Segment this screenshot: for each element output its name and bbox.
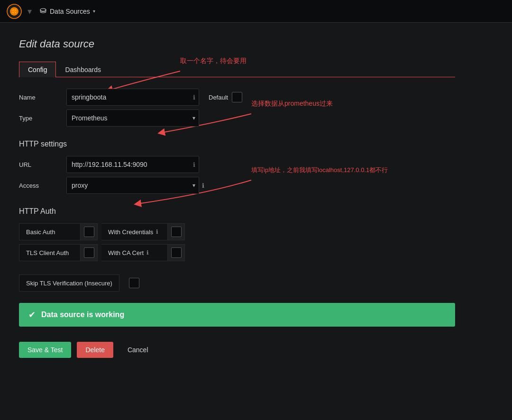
default-label: Default (209, 94, 228, 101)
cancel-button[interactable]: Cancel (119, 342, 157, 358)
http-settings-title: HTTP settings (19, 140, 455, 148)
with-credentials-label-wrap: With Credentials ℹ (101, 223, 168, 240)
name-input-wrap: ℹ (66, 89, 199, 106)
nav-divider: ▾ (27, 6, 32, 17)
access-select-wrap: proxy direct ▾ (66, 177, 199, 194)
nav-datasources-label: Data Sources (50, 8, 90, 15)
name-label: Name (19, 94, 66, 101)
annotation-container: Config Dashboards 取一个名字，待会要用 选择数据从promet… (19, 62, 455, 358)
http-settings-section: HTTP settings URL ℹ Access proxy direct … (19, 140, 455, 194)
nav-datasources[interactable]: Data Sources ▾ (34, 5, 101, 18)
with-ca-cert-checkbox-box[interactable] (171, 247, 182, 258)
url-input[interactable] (66, 156, 199, 173)
type-label: Type (19, 115, 66, 122)
grafana-logo[interactable] (6, 3, 23, 20)
delete-button[interactable]: Delete (77, 342, 113, 358)
with-credentials-checkbox[interactable] (168, 223, 185, 240)
action-buttons: Save & Test Delete Cancel (19, 342, 455, 358)
topnav: ▾ Data Sources ▾ (0, 0, 512, 23)
url-label: URL (19, 161, 66, 168)
skip-tls-checkbox[interactable] (129, 278, 139, 288)
success-message: Data source is working (41, 310, 124, 319)
basic-auth-checkbox-box[interactable] (84, 227, 94, 237)
url-input-wrap: ℹ (66, 156, 199, 173)
success-banner: ✔ Data source is working (19, 303, 455, 327)
access-row: Access proxy direct ▾ ℹ (19, 177, 455, 194)
basic-auth-label: Basic Auth (19, 223, 81, 240)
name-row: Name ℹ Default (19, 89, 455, 106)
access-select[interactable]: proxy direct (66, 177, 199, 194)
save-test-button[interactable]: Save & Test (19, 342, 71, 358)
skip-tls-label: Skip TLS Verification (Insecure) (19, 274, 119, 292)
tabs-container: Config Dashboards (19, 62, 455, 77)
name-section: Name ℹ Default Type Prometheus MySQL Inf… (19, 89, 455, 127)
url-row: URL ℹ (19, 156, 455, 173)
nav-chevron-icon: ▾ (93, 9, 95, 14)
with-ca-cert-info-icon[interactable]: ℹ (146, 249, 149, 256)
access-label: Access (19, 182, 66, 189)
url-info-icon[interactable]: ℹ (193, 161, 195, 168)
name-input[interactable] (66, 89, 199, 106)
type-row: Type Prometheus MySQL InfluxDB ▾ (19, 110, 455, 127)
type-select-wrap: Prometheus MySQL InfluxDB ▾ (66, 110, 199, 127)
basic-auth-checkbox[interactable] (81, 223, 98, 240)
with-credentials-info-icon[interactable]: ℹ (156, 228, 158, 235)
tls-client-checkbox-box[interactable] (84, 247, 94, 258)
tab-config[interactable]: Config (19, 62, 56, 77)
with-ca-cert-label-wrap: With CA Cert ℹ (101, 244, 168, 261)
tab-dashboards[interactable]: Dashboards (56, 62, 110, 77)
http-auth-title: HTTP Auth (19, 207, 455, 216)
type-select[interactable]: Prometheus MySQL InfluxDB (66, 110, 199, 127)
tls-auth-row: TLS Client Auth With CA Cert ℹ (19, 244, 455, 261)
http-auth-section: HTTP Auth Basic Auth With Credentials ℹ (19, 207, 455, 261)
with-ca-cert-checkbox[interactable] (168, 244, 185, 261)
tls-client-auth-label: TLS Client Auth (19, 244, 81, 261)
with-credentials-checkbox-box[interactable] (171, 227, 182, 237)
access-info-icon[interactable]: ℹ (202, 182, 204, 189)
basic-auth-row: Basic Auth With Credentials ℹ (19, 223, 455, 240)
main-content: Edit data source Config Dashboards 取一个名字… (0, 23, 474, 373)
page-title: Edit data source (19, 38, 455, 50)
success-check-icon: ✔ (28, 310, 36, 320)
name-info-icon[interactable]: ℹ (193, 94, 195, 101)
skip-tls-row: Skip TLS Verification (Insecure) (19, 274, 455, 292)
default-checkbox[interactable] (232, 92, 242, 102)
tls-client-auth-checkbox[interactable] (81, 244, 98, 261)
